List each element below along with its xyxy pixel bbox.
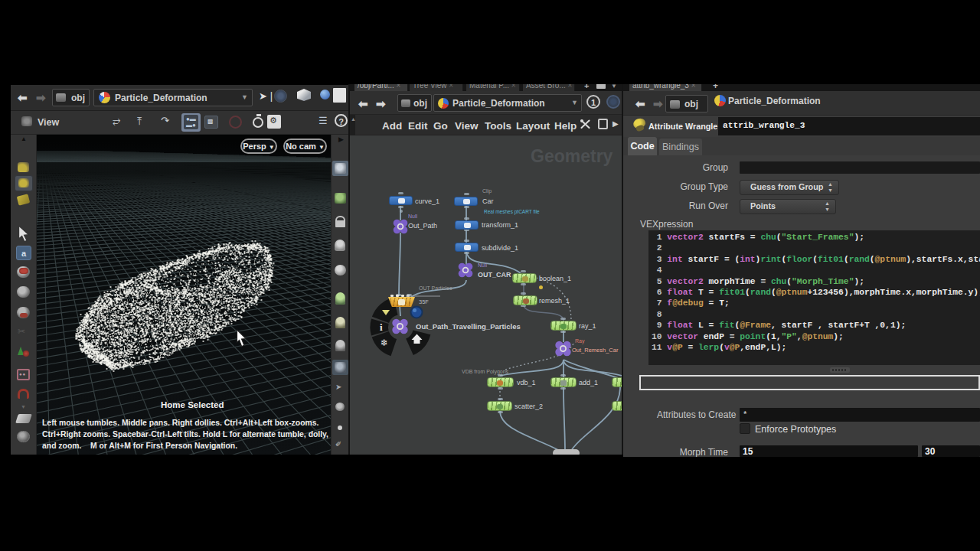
svg-text:❄: ❄: [381, 337, 388, 348]
svg-text:i: i: [380, 321, 383, 333]
